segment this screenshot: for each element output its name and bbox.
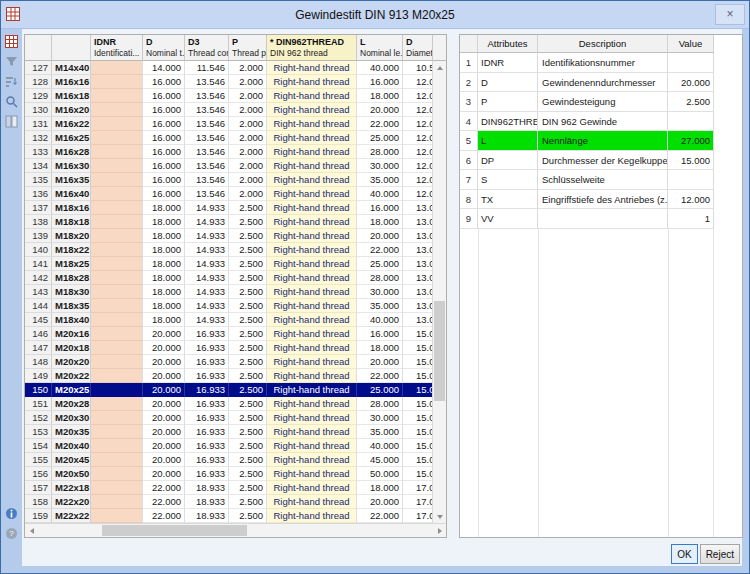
cell[interactable]: 22.000 bbox=[357, 243, 403, 257]
attribute-value[interactable]: 12.000 bbox=[668, 190, 714, 210]
cell[interactable]: 18.000 bbox=[357, 215, 403, 229]
cell[interactable]: 158 bbox=[25, 495, 52, 509]
cell[interactable]: M14x40 bbox=[52, 61, 91, 75]
cell[interactable] bbox=[91, 131, 143, 145]
cell[interactable]: 18.933 bbox=[185, 509, 229, 523]
cell[interactable]: Right-hand thread bbox=[267, 383, 357, 397]
table-row-M18x16[interactable]: 137M18x1618.00014.9332.500Right-hand thr… bbox=[25, 201, 432, 215]
cell[interactable] bbox=[91, 61, 143, 75]
cell[interactable]: 17.000 bbox=[403, 481, 432, 495]
cell[interactable]: 40.000 bbox=[357, 313, 403, 327]
table-row-M18x30[interactable]: 143M18x3018.00014.9332.500Right-hand thr… bbox=[25, 285, 432, 299]
cell[interactable]: 13.000 bbox=[403, 229, 432, 243]
attribute-row-S[interactable]: 7SSchlüsselweite bbox=[460, 170, 742, 190]
horizontal-scroll-thumb[interactable] bbox=[102, 525, 247, 536]
cell[interactable]: 18.000 bbox=[143, 215, 185, 229]
cell[interactable]: 18.000 bbox=[143, 313, 185, 327]
cell[interactable]: 14.933 bbox=[185, 243, 229, 257]
cell[interactable]: 134 bbox=[25, 159, 52, 173]
table-row-M20x28[interactable]: 151M20x2820.00016.9332.500Right-hand thr… bbox=[25, 397, 432, 411]
cell[interactable]: 14.933 bbox=[185, 271, 229, 285]
cell[interactable]: 20.000 bbox=[143, 397, 185, 411]
cell[interactable]: 18.000 bbox=[357, 341, 403, 355]
cell[interactable]: M16x16 bbox=[52, 75, 91, 89]
cell[interactable]: Right-hand thread bbox=[267, 285, 357, 299]
cell[interactable]: 22.000 bbox=[143, 495, 185, 509]
cell[interactable]: 18.000 bbox=[143, 243, 185, 257]
cell[interactable] bbox=[91, 425, 143, 439]
cell[interactable]: 18.000 bbox=[357, 481, 403, 495]
cell[interactable]: 150 bbox=[25, 383, 52, 397]
cell[interactable]: Right-hand thread bbox=[267, 341, 357, 355]
cell[interactable] bbox=[91, 355, 143, 369]
cell[interactable]: 135 bbox=[25, 173, 52, 187]
cell[interactable]: Right-hand thread bbox=[267, 453, 357, 467]
table-row-M16x22[interactable]: 131M16x2216.00013.5462.000Right-hand thr… bbox=[25, 117, 432, 131]
cell[interactable]: 2.500 bbox=[229, 313, 267, 327]
cell[interactable]: 2.500 bbox=[229, 383, 267, 397]
cell[interactable]: 2.500 bbox=[229, 495, 267, 509]
cell[interactable]: 17.000 bbox=[403, 495, 432, 509]
cell[interactable]: 15.000 bbox=[403, 467, 432, 481]
cell[interactable]: 25.000 bbox=[357, 131, 403, 145]
attribute-row-DP[interactable]: 6DPDurchmesser der Kegelkuppe max.15.000 bbox=[460, 151, 742, 171]
cell[interactable]: M16x18 bbox=[52, 89, 91, 103]
cell[interactable]: 12.000 bbox=[403, 89, 432, 103]
attribute-value[interactable]: 15.000 bbox=[668, 151, 714, 171]
table-row-M16x35[interactable]: 135M16x3516.00013.5462.000Right-hand thr… bbox=[25, 173, 432, 187]
column-header-d[interactable]: DNominal t... bbox=[143, 35, 185, 61]
cell[interactable]: 2.500 bbox=[229, 299, 267, 313]
cell[interactable] bbox=[91, 257, 143, 271]
cell[interactable]: 2.500 bbox=[229, 201, 267, 215]
cell[interactable] bbox=[91, 201, 143, 215]
cell[interactable]: 28.000 bbox=[357, 145, 403, 159]
cell[interactable]: M16x28 bbox=[52, 145, 91, 159]
cell[interactable]: 15.000 bbox=[403, 383, 432, 397]
cell[interactable]: 2.500 bbox=[229, 341, 267, 355]
attribute-value[interactable] bbox=[668, 112, 714, 132]
cell[interactable]: 20.000 bbox=[143, 341, 185, 355]
cell[interactable]: 14.933 bbox=[185, 201, 229, 215]
cell[interactable]: 20.000 bbox=[143, 383, 185, 397]
column-header-d[interactable]: DDiamete... bbox=[403, 35, 432, 61]
scroll-down-button[interactable] bbox=[433, 510, 446, 523]
cell[interactable]: 2.500 bbox=[229, 229, 267, 243]
cell[interactable]: 20.000 bbox=[357, 229, 403, 243]
cell[interactable]: 2.500 bbox=[229, 439, 267, 453]
cell[interactable]: M18x22 bbox=[52, 243, 91, 257]
cell[interactable]: 136 bbox=[25, 187, 52, 201]
cell[interactable]: 15.000 bbox=[403, 341, 432, 355]
cell[interactable]: 16.000 bbox=[143, 159, 185, 173]
cell[interactable]: M18x40 bbox=[52, 313, 91, 327]
info-icon[interactable] bbox=[5, 506, 18, 519]
cell[interactable]: 12.000 bbox=[403, 187, 432, 201]
table-row-M16x16[interactable]: 128M16x1616.00013.5462.000Right-hand thr… bbox=[25, 75, 432, 89]
filter-icon[interactable] bbox=[5, 54, 18, 67]
cell[interactable]: 12.000 bbox=[403, 145, 432, 159]
cell[interactable]: 40.000 bbox=[357, 61, 403, 75]
cell[interactable]: 18.000 bbox=[143, 201, 185, 215]
cell[interactable] bbox=[91, 439, 143, 453]
cell[interactable]: 2.000 bbox=[229, 75, 267, 89]
table-row-M20x20[interactable]: 148M20x2020.00016.9332.500Right-hand thr… bbox=[25, 355, 432, 369]
cell[interactable]: 25.000 bbox=[357, 257, 403, 271]
cell[interactable]: 140 bbox=[25, 243, 52, 257]
cell[interactable]: 13.546 bbox=[185, 187, 229, 201]
cell[interactable]: 16.000 bbox=[143, 131, 185, 145]
table-row-M20x16[interactable]: 146M20x1620.00016.9332.500Right-hand thr… bbox=[25, 327, 432, 341]
cell[interactable]: 22.000 bbox=[357, 117, 403, 131]
scroll-up-button[interactable] bbox=[433, 61, 446, 74]
cell[interactable]: 14.933 bbox=[185, 229, 229, 243]
cell[interactable]: 15.000 bbox=[403, 327, 432, 341]
cell[interactable]: Right-hand thread bbox=[267, 187, 357, 201]
cell[interactable]: 15.000 bbox=[403, 355, 432, 369]
table-row-M16x28[interactable]: 133M16x2816.00013.5462.000Right-hand thr… bbox=[25, 145, 432, 159]
cell[interactable] bbox=[91, 341, 143, 355]
cell[interactable]: 20.000 bbox=[143, 439, 185, 453]
cell[interactable]: 11.546 bbox=[185, 61, 229, 75]
cell[interactable]: 13.000 bbox=[403, 271, 432, 285]
cell[interactable]: 15.000 bbox=[403, 397, 432, 411]
cell[interactable]: M18x28 bbox=[52, 271, 91, 285]
cell[interactable]: 128 bbox=[25, 75, 52, 89]
cell[interactable]: 20.000 bbox=[143, 425, 185, 439]
